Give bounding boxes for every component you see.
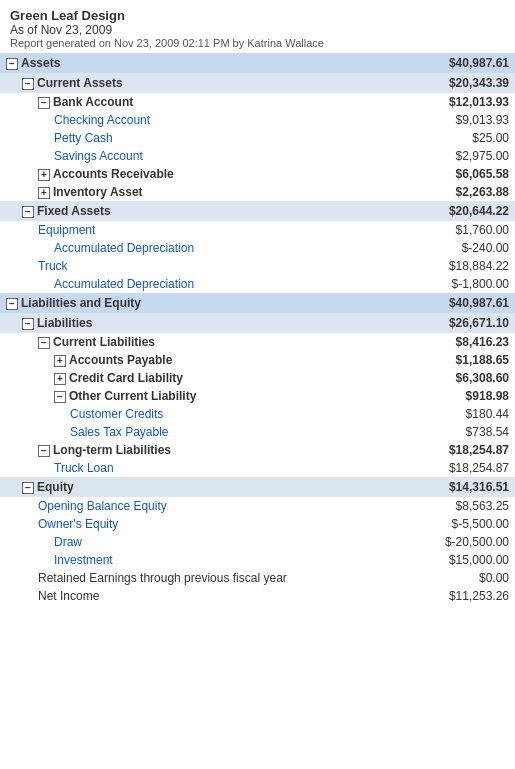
static-label: Net Income bbox=[38, 589, 99, 603]
table-row: Accumulated Depreciation$-240.00 bbox=[0, 239, 515, 257]
account-group-label: Long-term Liabilities bbox=[53, 443, 171, 457]
subsection-label: Liabilities bbox=[37, 316, 92, 330]
toggle-icon[interactable]: − bbox=[22, 206, 34, 218]
table-row: Investment$15,000.00 bbox=[0, 551, 515, 569]
report-date: As of Nov 23, 2009 bbox=[10, 23, 505, 37]
account-link[interactable]: Equipment bbox=[38, 223, 95, 237]
static-label: Retained Earnings through previous fisca… bbox=[38, 571, 287, 585]
account-link[interactable]: Truck Loan bbox=[54, 461, 114, 475]
account-link[interactable]: Accumulated Depreciation bbox=[54, 241, 194, 255]
table-row: Sales Tax Payable$738.54 bbox=[0, 423, 515, 441]
section-label: Liabilities and Equity bbox=[21, 296, 141, 310]
table-row: −Liabilities and Equity$40,987.61 bbox=[0, 293, 515, 313]
account-link[interactable]: Sales Tax Payable bbox=[70, 425, 169, 439]
toggle-icon[interactable]: − bbox=[22, 318, 34, 330]
account-link[interactable]: Checking Account bbox=[54, 113, 150, 127]
account-link[interactable]: Investment bbox=[54, 553, 113, 567]
account-link[interactable]: Accumulated Depreciation bbox=[54, 277, 194, 291]
account-group-label: Accounts Receivable bbox=[53, 167, 174, 181]
table-row: Equipment$1,760.00 bbox=[0, 221, 515, 239]
toggle-icon[interactable]: − bbox=[38, 337, 50, 349]
table-row: −Assets$40,987.61 bbox=[0, 53, 515, 73]
table-row: +Credit Card Liability$6,308.60 bbox=[0, 369, 515, 387]
account-link[interactable]: Petty Cash bbox=[54, 131, 113, 145]
table-row: Owner's Equity$-5,500.00 bbox=[0, 515, 515, 533]
toggle-icon[interactable]: + bbox=[54, 373, 66, 385]
table-row: Truck$18,884.22 bbox=[0, 257, 515, 275]
table-row: −Other Current Liability$918.98 bbox=[0, 387, 515, 405]
table-row: −Current Assets$20,343.39 bbox=[0, 73, 515, 93]
toggle-icon[interactable]: − bbox=[38, 445, 50, 457]
account-link[interactable]: Truck bbox=[38, 259, 68, 273]
account-group-label: Other Current Liability bbox=[69, 389, 196, 403]
table-row: Net Income$11,253.26 bbox=[0, 587, 515, 605]
toggle-icon[interactable]: − bbox=[22, 78, 34, 90]
table-row: Checking Account$9,013.93 bbox=[0, 111, 515, 129]
table-row: Draw$-20,500.00 bbox=[0, 533, 515, 551]
report-header: Green Leaf Design As of Nov 23, 2009 Rep… bbox=[0, 0, 515, 53]
account-group-label: Bank Account bbox=[53, 95, 133, 109]
table-row: Opening Balance Equity$8,563.25 bbox=[0, 497, 515, 515]
subsection-label: Fixed Assets bbox=[37, 204, 111, 218]
section-label: Assets bbox=[21, 56, 60, 70]
account-group-label: Credit Card Liability bbox=[69, 371, 183, 385]
toggle-icon[interactable]: + bbox=[38, 187, 50, 199]
account-group-label: Accounts Payable bbox=[69, 353, 172, 367]
table-row: −Long-term Liabilities$18,254.87 bbox=[0, 441, 515, 459]
generated-by: Report generated on Nov 23, 2009 02:11 P… bbox=[10, 37, 505, 49]
table-row: Accumulated Depreciation$-1,800.00 bbox=[0, 275, 515, 293]
toggle-icon[interactable]: − bbox=[22, 482, 34, 494]
subsection-label: Current Assets bbox=[37, 76, 123, 90]
account-link[interactable]: Owner's Equity bbox=[38, 517, 118, 531]
account-link[interactable]: Customer Credits bbox=[70, 407, 163, 421]
table-row: +Accounts Payable$1,188.65 bbox=[0, 351, 515, 369]
company-name: Green Leaf Design bbox=[10, 8, 505, 23]
table-row: +Inventory Asset$2,263.88 bbox=[0, 183, 515, 201]
table-row: Savings Account$2,975.00 bbox=[0, 147, 515, 165]
table-row: Customer Credits$180.44 bbox=[0, 405, 515, 423]
table-row: −Current Liabilities$8,416.23 bbox=[0, 333, 515, 351]
toggle-icon[interactable]: − bbox=[38, 97, 50, 109]
toggle-icon[interactable]: + bbox=[38, 169, 50, 181]
account-group-label: Inventory Asset bbox=[53, 185, 143, 199]
toggle-icon[interactable]: − bbox=[6, 58, 18, 70]
account-group-label: Current Liabilities bbox=[53, 335, 155, 349]
table-row: −Liabilities$26,671.10 bbox=[0, 313, 515, 333]
table-row: −Bank Account$12,013.93 bbox=[0, 93, 515, 111]
subsection-label: Equity bbox=[37, 480, 74, 494]
table-row: +Accounts Receivable$6,065.58 bbox=[0, 165, 515, 183]
toggle-icon[interactable]: + bbox=[54, 355, 66, 367]
account-link[interactable]: Draw bbox=[54, 535, 82, 549]
table-row: Truck Loan$18,254.87 bbox=[0, 459, 515, 477]
toggle-icon[interactable]: − bbox=[54, 391, 66, 403]
account-link[interactable]: Savings Account bbox=[54, 149, 143, 163]
table-row: Petty Cash$25.00 bbox=[0, 129, 515, 147]
table-row: Retained Earnings through previous fisca… bbox=[0, 569, 515, 587]
table-row: −Fixed Assets$20,644.22 bbox=[0, 201, 515, 221]
balance-sheet-table: −Assets$40,987.61−Current Assets$20,343.… bbox=[0, 53, 515, 605]
account-link[interactable]: Opening Balance Equity bbox=[38, 499, 167, 513]
table-row: −Equity$14,316.51 bbox=[0, 477, 515, 497]
toggle-icon[interactable]: − bbox=[6, 298, 18, 310]
